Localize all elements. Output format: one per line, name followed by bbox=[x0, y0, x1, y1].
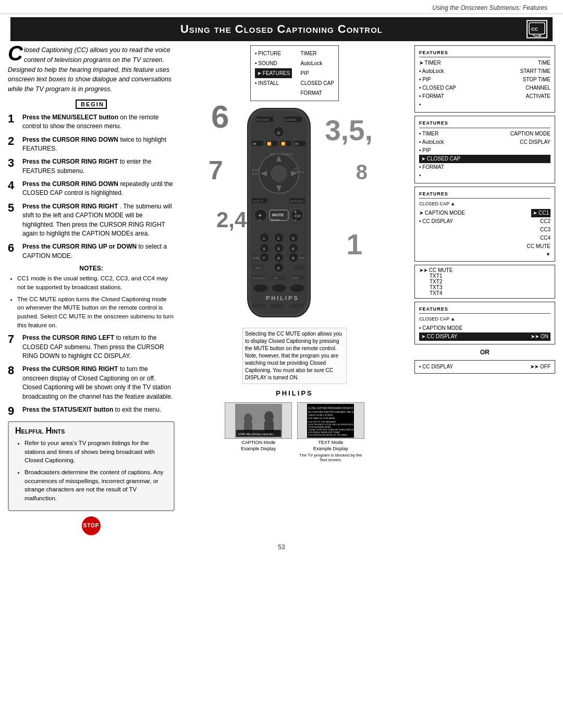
menu-box-4: FEATURES CLOSED CAP ▲ • CAPTION MODE ➤ C… bbox=[414, 302, 555, 344]
svg-text:7: 7 bbox=[263, 256, 265, 261]
svg-text:ACT: ACT bbox=[270, 153, 275, 156]
svg-point-82 bbox=[272, 284, 286, 292]
step-9-text: Press the STATUS/EXIT button to exit the… bbox=[22, 405, 161, 417]
top-menu-timer: TIMER bbox=[300, 48, 334, 58]
menu-2-timer-bullet: • TIMER bbox=[419, 130, 438, 138]
top-menu-picture: • PICTURE bbox=[255, 48, 292, 58]
step-6-text: Press the CURSOR RING UP or DOWN to sele… bbox=[22, 242, 175, 261]
middle-column: • PICTURE • SOUND ➤ FEATURES • INSTALL T… bbox=[179, 45, 410, 535]
menu-3-caption-mode: ➤ CAPTION MODE ➤ CC1 bbox=[419, 209, 550, 217]
top-menu-pip: PIP bbox=[300, 68, 334, 78]
menu-1-closed-cap: • CLOSED CAP CHANNEL bbox=[419, 84, 550, 92]
helpful-hints-title: Helpful Hints bbox=[15, 426, 167, 436]
step-8: 8 Press the CURSOR RING RIGHT to turn th… bbox=[8, 365, 175, 401]
menu-3-down-arrow: ▼ bbox=[419, 251, 550, 258]
menu-1-empty-bullet: • bbox=[419, 101, 421, 109]
cc-mute-row: ➤➤ CC MUTE bbox=[419, 267, 550, 273]
top-menu-install: • INSTALL bbox=[255, 78, 292, 88]
steps-section: 1 Press the MENU/SELECT button on the re… bbox=[8, 113, 175, 261]
menu-1-autolock-val: START TIME bbox=[520, 67, 550, 76]
selecting-text: Selecting the CC MUTE option allows you … bbox=[242, 328, 347, 384]
svg-text:3: 3 bbox=[292, 236, 295, 241]
big-number-6: 6 bbox=[211, 98, 229, 135]
notes-list: CC1 mode is the usual setting. CC2, CC3,… bbox=[8, 274, 175, 329]
menu-2-autolock: • AutoLock CC DISPLAY bbox=[419, 138, 550, 146]
svg-text:PICTURE: PICTURE bbox=[256, 118, 269, 121]
svg-text:DHP: DHP bbox=[299, 256, 305, 260]
svg-text:9: 9 bbox=[292, 256, 295, 261]
hint-1: Refer to your area's TV program listings… bbox=[25, 439, 167, 465]
svg-rect-72 bbox=[293, 265, 305, 270]
svg-text:8: 8 bbox=[277, 256, 280, 261]
big-number-1: 1 bbox=[346, 228, 362, 261]
intro-text: C losed Captioning (CC) allows you to re… bbox=[8, 45, 175, 94]
svg-text:−: − bbox=[294, 217, 297, 223]
svg-text:STATUS: STATUS bbox=[253, 200, 263, 203]
menu-3-cc4: CC4 bbox=[540, 234, 550, 242]
svg-text:⏻: ⏻ bbox=[277, 131, 280, 134]
menu-2-closed-cap: ➤ CLOSED CAP bbox=[419, 155, 550, 163]
text-mode-image: CLOSE CAPTION PROGRAMS ON WXYZ ALL ITEMS… bbox=[297, 402, 364, 439]
cc-mute-options: ➤➤ CC MUTE TXT1 TXT2 TXT3 TXT4 bbox=[414, 265, 555, 299]
menu-box-1: FEATURES ➤ TIMER TIME • AutoLock START T… bbox=[414, 45, 555, 113]
step-2-bold: Press the CURSOR RING DOWN bbox=[22, 136, 118, 143]
svg-text:CHECK LOCAL LISTINGS: CHECK LOCAL LISTINGS bbox=[308, 414, 333, 416]
intro-body: losed Captioning (CC) allows you to read… bbox=[8, 46, 172, 93]
step-3-number: 3 bbox=[8, 157, 19, 176]
menu-4-cc-display: ➤ CC DISPLAY ➤➤ ON bbox=[419, 332, 550, 341]
svg-point-22 bbox=[271, 166, 287, 181]
helpful-hints-box: Helpful Hints Refer to your area's TV pr… bbox=[8, 421, 175, 511]
page-header: Using the Onscreen Submenus: Features bbox=[0, 0, 563, 14]
step-7: 7 Press the CURSOR RING LEFT to return t… bbox=[8, 334, 175, 361]
menu-2-empty-bullet: • bbox=[419, 171, 421, 180]
svg-text:MENU/SEL: MENU/SEL bbox=[290, 200, 304, 203]
step-6-number: 6 bbox=[8, 242, 19, 261]
step-9: 9 Press the STATUS/EXIT button to exit t… bbox=[8, 405, 175, 417]
stop-icon: STOP bbox=[82, 516, 101, 535]
top-menu-features: ➤ FEATURES bbox=[255, 68, 292, 78]
svg-rect-87 bbox=[289, 304, 304, 308]
step-1-text: Press the MENU/SELECT button on the remo… bbox=[22, 113, 175, 131]
menu-1-autolock-bullet: • AutoLock bbox=[419, 67, 444, 76]
svg-text:5: 5 bbox=[277, 246, 280, 251]
top-menu-closed-cap: CLOSED CAP bbox=[300, 78, 334, 88]
step-8-bold: Press the CURSOR RING RIGHT bbox=[22, 365, 118, 373]
note-2: The CC MUTE option turns the Closed Capt… bbox=[17, 295, 175, 330]
left-column: C losed Captioning (CC) allows you to re… bbox=[8, 45, 175, 535]
step-4: 4 Press the CURSOR RING DOWN repeatedly … bbox=[8, 180, 175, 198]
menu-2-format-bullet: • FORMAT bbox=[419, 163, 444, 171]
page-number: 53 bbox=[0, 544, 563, 551]
menu-1-format-bullet: • FORMAT bbox=[419, 92, 444, 101]
menu-1-format-val: ACTIVATE bbox=[526, 92, 550, 101]
svg-text:2: 2 bbox=[277, 236, 280, 241]
svg-text:JOHN: Why did they move the...: JOHN: Why did they move the... bbox=[238, 433, 275, 436]
hint-2: Broadcasters determine the content of ca… bbox=[25, 468, 167, 503]
svg-text:CC: CC bbox=[531, 26, 538, 31]
menu-2-empty: • bbox=[419, 171, 550, 180]
menu-1-empty: • bbox=[419, 101, 550, 109]
menu-1-pip: • PIP STOP TIME bbox=[419, 76, 550, 84]
menu-3-ccd-label: • CC DISPLAY bbox=[419, 217, 453, 226]
text-mode-example: CLOSE CAPTION PROGRAMS ON WXYZ ALL ITEMS… bbox=[297, 402, 364, 462]
step-6-bold: Press the CURSOR RING UP or DOWN bbox=[22, 243, 137, 250]
big-number-35: 3,5, bbox=[325, 114, 373, 147]
svg-line-2 bbox=[533, 34, 535, 36]
top-menu-autolock: AutoLock bbox=[300, 58, 334, 68]
examples-row: JOHN: Why did they move the... CAPTION M… bbox=[225, 402, 364, 462]
svg-rect-85 bbox=[252, 304, 266, 308]
menu-3-cm-val: ➤ CC1 bbox=[531, 209, 550, 217]
step-6: 6 Press the CURSOR RING UP or DOWN to se… bbox=[8, 242, 175, 261]
cc-display-off-label: • CC DISPLAY bbox=[419, 363, 453, 371]
begin-label: BEGIN bbox=[76, 100, 107, 109]
svg-text:⏮: ⏮ bbox=[253, 142, 256, 145]
menu-1-autolock: • AutoLock START TIME bbox=[419, 67, 550, 76]
cc-mute-arrow-label: ➤➤ CC MUTE bbox=[419, 267, 452, 273]
text-mode-description: The TV program is blocked by the Text sc… bbox=[297, 453, 364, 462]
menu-2-title: FEATURES bbox=[419, 119, 550, 128]
step-9-bold: Press the STATUS/EXIT button bbox=[22, 406, 113, 413]
header-text: Using the Onscreen Submenus: Features bbox=[432, 4, 547, 11]
step-8-text: Press the CURSOR RING RIGHT to turn the … bbox=[22, 365, 175, 401]
svg-text:6:00 PLAYHOUSE MOVIE OF THE WE: 6:00 PLAYHOUSE MOVIE OF THE WEEK bbox=[308, 434, 348, 436]
svg-text:⏪: ⏪ bbox=[267, 141, 272, 146]
menu-3-cc3: CC3 bbox=[540, 226, 550, 234]
